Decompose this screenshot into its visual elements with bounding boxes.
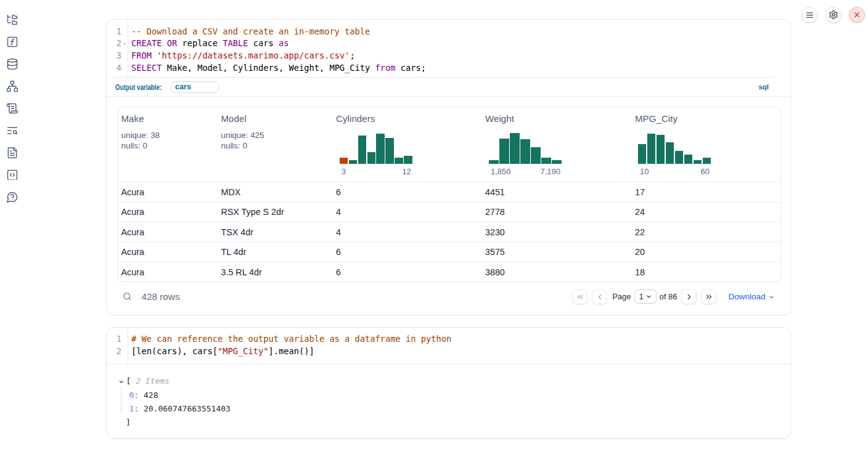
- row-count: 428 rows: [142, 291, 180, 302]
- cell-weight: 3880: [485, 267, 635, 277]
- menu-button[interactable]: [801, 7, 817, 23]
- cell-make: Acura: [121, 227, 221, 237]
- cell-make: Acura: [121, 247, 221, 257]
- scratchpad-icon[interactable]: [6, 102, 18, 115]
- tree-close-row: ]: [107, 416, 790, 429]
- cell-cylinders: 4: [336, 227, 485, 237]
- tree-colon: :: [134, 390, 139, 400]
- notebook-cells: 1 2 3 4 -- Download a CSV and create an …: [106, 19, 791, 439]
- tree-entry: 0: 428: [107, 389, 790, 402]
- page-select[interactable]: 1: [634, 289, 657, 304]
- last-page-button[interactable]: [701, 289, 716, 304]
- table-row[interactable]: Acura TL 4dr 6 3575 20: [118, 241, 780, 261]
- column-stat: unique: 425: [221, 131, 264, 140]
- table-footer: 428 rows Page 1 of 86: [123, 289, 775, 304]
- collapse-chevron-icon[interactable]: [118, 379, 125, 385]
- cell-cylinders: 6: [336, 267, 485, 277]
- line-number-gutter: 1 2: [107, 328, 128, 364]
- cell-model: MDX: [221, 187, 337, 197]
- first-page-button[interactable]: [572, 289, 588, 304]
- column-stat: nulls: 0: [221, 141, 247, 150]
- tree-value: 20.060747663551403: [144, 404, 231, 413]
- histogram-min-label: 1,850: [491, 167, 511, 176]
- sql-cell-output: Make unique: 38nulls: 0 Model unique: 42…: [107, 97, 790, 314]
- cell-sql: 1 2 3 4 -- Download a CSV and create an …: [106, 19, 791, 315]
- data-table: Make unique: 38nulls: 0 Model unique: 42…: [118, 107, 781, 282]
- cell-cylinders: 6: [336, 187, 485, 197]
- table-row[interactable]: Acura 3.5 RL 4dr 6 3880 18: [118, 262, 780, 281]
- cell-mpg-city: 20: [635, 247, 780, 257]
- open-bracket: [: [126, 374, 131, 388]
- left-sidebar: [0, 14, 25, 203]
- code-line: CREATE OR replace TABLE cars as: [131, 38, 787, 50]
- histogram-max-label: 12: [402, 167, 411, 176]
- pagination: Page 1 of 86 Download: [572, 289, 774, 304]
- page-label: Page: [612, 292, 631, 301]
- column-header-make[interactable]: Make unique: 38nulls: 0: [121, 107, 221, 182]
- cylinders-histogram: 312: [340, 132, 412, 176]
- next-page-button[interactable]: [681, 289, 697, 304]
- weight-histogram: 1,8507,190: [489, 132, 562, 176]
- fold-chevron-icon[interactable]: [121, 38, 128, 50]
- code-line: -- Download a CSV and create an in-memor…: [131, 26, 787, 38]
- table-row[interactable]: Acura TSX 4dr 4 3230 22: [118, 222, 780, 241]
- tree-colon: :: [134, 404, 139, 413]
- cell-weight: 2778: [485, 207, 635, 217]
- line-number-gutter: 1 2 3 4: [107, 20, 128, 77]
- code-line: SELECT Make, Model, Cylinders, Weight, M…: [131, 62, 787, 75]
- items-count-label: 2 Items: [131, 374, 170, 388]
- cell-weight: 3230: [485, 227, 635, 237]
- cell-model: TSX 4dr: [221, 227, 337, 237]
- table-row[interactable]: Acura MDX 6 4451 17: [118, 182, 780, 201]
- cell-make: Acura: [121, 207, 221, 217]
- python-code-editor[interactable]: 1 2 # We can reference the output variab…: [107, 328, 790, 364]
- output-variable-label: Output variable:: [115, 83, 162, 92]
- table-row[interactable]: Acura RSX Type S 2dr 4 2778 24: [118, 202, 780, 222]
- cell-python: 1 2 # We can reference the output variab…: [106, 327, 791, 439]
- histogram-bars: [489, 132, 562, 164]
- shutdown-button[interactable]: [849, 7, 865, 23]
- tree-root-row: [ 2 Items: [107, 374, 790, 388]
- histogram-min-label: 3: [342, 167, 346, 176]
- column-header-cylinders[interactable]: Cylinders 312: [336, 107, 485, 182]
- python-code: # We can reference the output variable a…: [128, 328, 790, 364]
- help-icon[interactable]: [6, 191, 18, 203]
- database-icon[interactable]: [6, 58, 18, 70]
- code-line: # We can reference the output variable a…: [131, 333, 787, 346]
- functions-icon[interactable]: [6, 36, 18, 48]
- tree-entry: 1: 20.060747663551403: [107, 402, 790, 416]
- cell-mpg-city: 24: [635, 207, 780, 217]
- previous-page-button[interactable]: [592, 289, 607, 304]
- cell-model: 3.5 RL 4dr: [221, 267, 337, 277]
- table-header-row: Make unique: 38nulls: 0 Model unique: 42…: [118, 107, 780, 182]
- page-total: of 86: [660, 292, 678, 301]
- documentation-icon[interactable]: [6, 147, 18, 159]
- output-variable-input[interactable]: [170, 81, 219, 93]
- cell-mpg-city: 22: [635, 227, 780, 237]
- settings-button[interactable]: [825, 7, 841, 23]
- column-stat: nulls: 0: [121, 141, 147, 150]
- language-label[interactable]: sql: [759, 83, 769, 91]
- column-header-model[interactable]: Model unique: 425nulls: 0: [221, 107, 337, 182]
- mpg-city-histogram: 1060: [638, 132, 711, 176]
- cell-make: Acura: [121, 267, 221, 277]
- tree-guide-line: [121, 387, 121, 414]
- dependency-graph-icon[interactable]: [6, 80, 18, 92]
- download-button[interactable]: Download: [728, 292, 774, 301]
- cell-make: Acura: [121, 187, 221, 197]
- sql-code-editor[interactable]: 1 2 3 4 -- Download a CSV and create an …: [107, 20, 790, 77]
- logs-icon[interactable]: [6, 124, 18, 137]
- python-cell-output: [ 2 Items 0: 428 1: 20.060747663551403 ]: [107, 365, 790, 438]
- snippets-icon[interactable]: [6, 169, 18, 181]
- code-line: FROM 'https://datasets.marimo.app/cars.c…: [131, 50, 787, 62]
- histogram-max-label: 60: [701, 167, 710, 176]
- search-icon[interactable]: [123, 292, 132, 301]
- cell-weight: 4451: [485, 187, 635, 197]
- close-bracket: ]: [126, 418, 131, 427]
- histogram-min-label: 10: [640, 167, 649, 176]
- cell-cylinders: 4: [336, 207, 485, 217]
- file-tree-icon[interactable]: [6, 14, 18, 26]
- chevron-down-icon: [645, 293, 652, 300]
- column-header-mpg-city[interactable]: MPG_City 1060: [635, 107, 780, 182]
- column-header-weight[interactable]: Weight 1,8507,190: [485, 107, 635, 182]
